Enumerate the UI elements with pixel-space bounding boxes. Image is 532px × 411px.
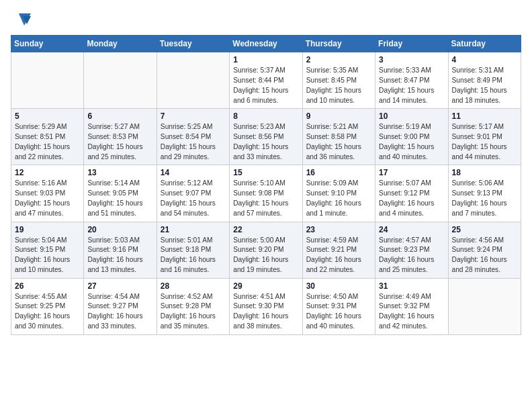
day-info: Sunrise: 5:21 AM Sunset: 8:58 PM Dayligh… xyxy=(306,122,371,162)
day-info: Sunrise: 5:23 AM Sunset: 8:56 PM Dayligh… xyxy=(233,122,298,162)
day-info: Sunrise: 5:14 AM Sunset: 9:05 PM Dayligh… xyxy=(87,179,152,218)
day-info: Sunrise: 4:50 AM Sunset: 9:31 PM Dayligh… xyxy=(306,292,371,332)
day-info: Sunrise: 5:17 AM Sunset: 9:01 PM Dayligh… xyxy=(452,122,517,162)
calendar-cell: 23Sunrise: 4:59 AM Sunset: 9:21 PM Dayli… xyxy=(302,222,375,278)
day-number: 25 xyxy=(452,225,517,234)
day-info: Sunrise: 4:49 AM Sunset: 9:32 PM Dayligh… xyxy=(379,292,444,332)
day-number: 17 xyxy=(379,168,444,177)
logo xyxy=(11,11,35,27)
day-number: 9 xyxy=(306,111,371,121)
calendar-cell: 18Sunrise: 5:06 AM Sunset: 9:13 PM Dayli… xyxy=(448,165,521,222)
calendar-col-header: Saturday xyxy=(448,36,521,52)
calendar-col-header: Monday xyxy=(84,36,157,52)
calendar-cell: 30Sunrise: 4:50 AM Sunset: 9:31 PM Dayli… xyxy=(302,278,375,334)
day-number: 21 xyxy=(161,225,226,234)
calendar-cell: 13Sunrise: 5:14 AM Sunset: 9:05 PM Dayli… xyxy=(84,165,157,222)
calendar-cell: 10Sunrise: 5:19 AM Sunset: 9:00 PM Dayli… xyxy=(375,109,448,165)
calendar-cell: 9Sunrise: 5:21 AM Sunset: 8:58 PM Daylig… xyxy=(302,109,375,165)
calendar-cell: 21Sunrise: 5:01 AM Sunset: 9:18 PM Dayli… xyxy=(157,222,229,278)
calendar-cell: 11Sunrise: 5:17 AM Sunset: 9:01 PM Dayli… xyxy=(448,109,521,165)
calendar-week-row: 12Sunrise: 5:16 AM Sunset: 9:03 PM Dayli… xyxy=(11,165,521,222)
page-header xyxy=(11,11,521,27)
day-info: Sunrise: 4:56 AM Sunset: 9:24 PM Dayligh… xyxy=(452,236,517,275)
day-number: 31 xyxy=(379,281,444,291)
day-info: Sunrise: 4:54 AM Sunset: 9:27 PM Dayligh… xyxy=(87,292,152,332)
calendar-col-header: Sunday xyxy=(11,36,84,52)
calendar-cell: 12Sunrise: 5:16 AM Sunset: 9:03 PM Dayli… xyxy=(11,165,84,222)
calendar-cell: 25Sunrise: 4:56 AM Sunset: 9:24 PM Dayli… xyxy=(448,222,521,278)
day-number: 13 xyxy=(87,168,152,177)
day-info: Sunrise: 5:35 AM Sunset: 8:45 PM Dayligh… xyxy=(306,66,371,105)
calendar-body: 1Sunrise: 5:37 AM Sunset: 8:44 PM Daylig… xyxy=(11,52,521,335)
day-number: 5 xyxy=(15,111,80,121)
calendar-cell: 5Sunrise: 5:29 AM Sunset: 8:51 PM Daylig… xyxy=(11,109,84,165)
day-number: 1 xyxy=(233,55,298,64)
day-info: Sunrise: 4:57 AM Sunset: 9:23 PM Dayligh… xyxy=(379,236,444,275)
calendar-week-row: 26Sunrise: 4:55 AM Sunset: 9:25 PM Dayli… xyxy=(11,278,521,334)
day-info: Sunrise: 4:52 AM Sunset: 9:28 PM Dayligh… xyxy=(161,292,226,332)
day-info: Sunrise: 5:01 AM Sunset: 9:18 PM Dayligh… xyxy=(161,236,226,275)
calendar-cell: 2Sunrise: 5:35 AM Sunset: 8:45 PM Daylig… xyxy=(302,52,375,109)
day-info: Sunrise: 5:10 AM Sunset: 9:08 PM Dayligh… xyxy=(233,179,298,218)
logo-text xyxy=(11,11,34,27)
calendar-cell: 8Sunrise: 5:23 AM Sunset: 8:56 PM Daylig… xyxy=(230,109,302,165)
day-info: Sunrise: 5:00 AM Sunset: 9:20 PM Dayligh… xyxy=(233,236,298,275)
day-number: 14 xyxy=(161,168,226,177)
calendar-cell: 17Sunrise: 5:07 AM Sunset: 9:12 PM Dayli… xyxy=(375,165,448,222)
day-info: Sunrise: 5:29 AM Sunset: 8:51 PM Dayligh… xyxy=(15,122,80,162)
day-number: 11 xyxy=(452,111,517,121)
day-number: 22 xyxy=(233,225,298,234)
calendar-cell: 29Sunrise: 4:51 AM Sunset: 9:30 PM Dayli… xyxy=(230,278,302,334)
day-number: 15 xyxy=(233,168,298,177)
calendar-cell xyxy=(157,52,229,109)
calendar-col-header: Friday xyxy=(375,36,448,52)
day-number: 12 xyxy=(15,168,80,177)
day-info: Sunrise: 5:06 AM Sunset: 9:13 PM Dayligh… xyxy=(452,179,517,218)
calendar-cell: 7Sunrise: 5:25 AM Sunset: 8:54 PM Daylig… xyxy=(157,109,229,165)
day-info: Sunrise: 5:12 AM Sunset: 9:07 PM Dayligh… xyxy=(161,179,226,218)
day-info: Sunrise: 5:37 AM Sunset: 8:44 PM Dayligh… xyxy=(233,66,298,105)
day-info: Sunrise: 5:07 AM Sunset: 9:12 PM Dayligh… xyxy=(379,179,444,218)
calendar-week-row: 1Sunrise: 5:37 AM Sunset: 8:44 PM Daylig… xyxy=(11,52,521,109)
calendar-week-row: 19Sunrise: 5:04 AM Sunset: 9:15 PM Dayli… xyxy=(11,222,521,278)
day-info: Sunrise: 5:04 AM Sunset: 9:15 PM Dayligh… xyxy=(15,236,80,275)
calendar-cell: 28Sunrise: 4:52 AM Sunset: 9:28 PM Dayli… xyxy=(157,278,229,334)
day-info: Sunrise: 4:51 AM Sunset: 9:30 PM Dayligh… xyxy=(233,292,298,332)
day-number: 19 xyxy=(15,225,80,234)
day-info: Sunrise: 5:16 AM Sunset: 9:03 PM Dayligh… xyxy=(15,179,80,218)
day-number: 20 xyxy=(87,225,152,234)
day-number: 18 xyxy=(452,168,517,177)
day-info: Sunrise: 5:25 AM Sunset: 8:54 PM Dayligh… xyxy=(161,122,226,162)
calendar-cell: 22Sunrise: 5:00 AM Sunset: 9:20 PM Dayli… xyxy=(230,222,302,278)
day-number: 27 xyxy=(87,281,152,291)
day-number: 10 xyxy=(379,111,444,121)
calendar-cell xyxy=(448,278,521,334)
day-number: 28 xyxy=(161,281,226,291)
calendar-cell: 16Sunrise: 5:09 AM Sunset: 9:10 PM Dayli… xyxy=(302,165,375,222)
calendar-cell: 24Sunrise: 4:57 AM Sunset: 9:23 PM Dayli… xyxy=(375,222,448,278)
calendar-week-row: 5Sunrise: 5:29 AM Sunset: 8:51 PM Daylig… xyxy=(11,109,521,165)
logo-icon xyxy=(12,12,32,27)
calendar-cell: 14Sunrise: 5:12 AM Sunset: 9:07 PM Dayli… xyxy=(157,165,229,222)
calendar-cell: 31Sunrise: 4:49 AM Sunset: 9:32 PM Dayli… xyxy=(375,278,448,334)
day-info: Sunrise: 5:31 AM Sunset: 8:49 PM Dayligh… xyxy=(452,66,517,105)
day-number: 24 xyxy=(379,225,444,234)
day-number: 26 xyxy=(15,281,80,291)
calendar-cell: 6Sunrise: 5:27 AM Sunset: 8:53 PM Daylig… xyxy=(84,109,157,165)
day-info: Sunrise: 5:09 AM Sunset: 9:10 PM Dayligh… xyxy=(306,179,371,218)
calendar-cell xyxy=(11,52,84,109)
calendar-header-row: SundayMondayTuesdayWednesdayThursdayFrid… xyxy=(11,36,521,52)
calendar-col-header: Tuesday xyxy=(157,36,229,52)
calendar-cell xyxy=(84,52,157,109)
day-number: 3 xyxy=(379,55,444,64)
day-info: Sunrise: 4:59 AM Sunset: 9:21 PM Dayligh… xyxy=(306,236,371,275)
calendar-cell: 1Sunrise: 5:37 AM Sunset: 8:44 PM Daylig… xyxy=(230,52,302,109)
calendar-col-header: Thursday xyxy=(302,36,375,52)
day-info: Sunrise: 4:55 AM Sunset: 9:25 PM Dayligh… xyxy=(15,292,80,332)
day-number: 30 xyxy=(306,281,371,291)
calendar-col-header: Wednesday xyxy=(230,36,302,52)
calendar-cell: 27Sunrise: 4:54 AM Sunset: 9:27 PM Dayli… xyxy=(84,278,157,334)
day-number: 8 xyxy=(233,111,298,121)
day-number: 7 xyxy=(161,111,226,121)
calendar-cell: 26Sunrise: 4:55 AM Sunset: 9:25 PM Dayli… xyxy=(11,278,84,334)
